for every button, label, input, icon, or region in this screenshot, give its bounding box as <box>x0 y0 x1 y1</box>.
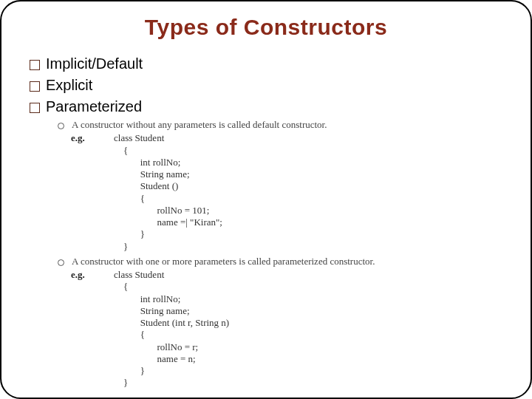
checkbox-icon <box>30 60 40 70</box>
definition-row: A constructor without any parameters is … <box>58 119 505 131</box>
bullet-label: Explicit <box>46 75 92 96</box>
example-row: e.g. class Student { int rollNo; String … <box>71 132 505 253</box>
circle-bullet-icon <box>58 123 64 129</box>
circle-bullet-icon <box>58 259 64 266</box>
bullet-item: Parameterized <box>30 96 505 117</box>
bullet-item: Explicit <box>30 75 505 96</box>
body-content: A constructor without any parameters is … <box>27 119 505 389</box>
bullet-item: Implicit/Default <box>30 53 505 75</box>
example-label: e.g. <box>71 132 93 144</box>
page-title: Types of Constructors <box>27 15 505 40</box>
code-block: class Student { int rollNo; String name;… <box>114 269 229 389</box>
bullet-label: Parameterized <box>46 96 142 117</box>
slide-frame: Types of Constructors Implicit/Default E… <box>0 0 532 399</box>
bullet-list: Implicit/Default Explicit Parameterized <box>30 53 505 117</box>
definition-text: A constructor without any parameters is … <box>72 119 327 131</box>
checkbox-icon <box>30 103 40 113</box>
example-label: e.g. <box>71 269 93 281</box>
bullet-label: Implicit/Default <box>46 53 143 75</box>
code-block: class Student { int rollNo; String name;… <box>114 132 222 253</box>
definition-text: A constructor with one or more parameter… <box>72 256 375 267</box>
checkbox-icon <box>30 81 40 92</box>
example-row: e.g. class Student { int rollNo; String … <box>71 269 505 389</box>
definition-row: A constructor with one or more parameter… <box>58 256 505 267</box>
